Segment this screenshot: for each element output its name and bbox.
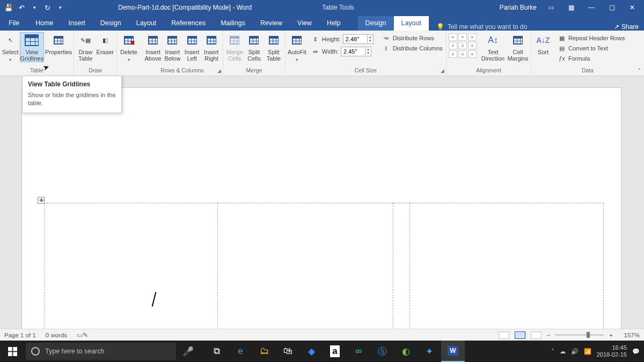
spin-up-icon[interactable]: ▲ <box>368 35 373 39</box>
taskbar-store-icon[interactable]: 🛍 <box>276 341 299 362</box>
column-width-control[interactable]: ⇔ Width: ▲▼ <box>310 46 375 57</box>
taskbar-dropbox-icon[interactable]: ◆ <box>299 341 323 362</box>
taskbar-taskview-icon[interactable]: ⧉ <box>205 341 229 362</box>
status-proofing-icon[interactable]: ▭✎ <box>77 331 88 339</box>
properties-button[interactable]: Properties <box>45 32 72 55</box>
formula-button[interactable]: ƒx Formula <box>556 54 626 63</box>
tray-volume-icon[interactable]: 🔊 <box>571 348 579 355</box>
row-height-control[interactable]: ⇕ Height: ▲▼ <box>310 33 375 45</box>
sort-button[interactable]: A↓Z Sort <box>533 32 553 55</box>
spin-up-icon[interactable]: ▲ <box>365 48 371 51</box>
tray-chevron-up-icon[interactable]: ˄ <box>551 348 554 355</box>
split-cells-button[interactable]: Split Cells <box>245 32 263 62</box>
view-print-layout[interactable] <box>515 331 525 339</box>
tray-notifications-icon[interactable]: 💬 <box>632 348 640 355</box>
taskbar-snagit-icon[interactable]: ✦ <box>418 341 441 362</box>
tray-clock[interactable]: 16:45 2018-02-15 <box>597 344 627 358</box>
align-top-center[interactable]: ≡ <box>458 33 467 41</box>
align-bottom-left[interactable]: ≡ <box>449 50 457 58</box>
align-bottom-center[interactable]: ≡ <box>458 50 467 58</box>
view-web-layout[interactable] <box>531 331 541 339</box>
tray-onedrive-icon[interactable]: ☁ <box>560 348 566 355</box>
tell-me-search[interactable]: 💡 Tell me what you want to do <box>429 23 527 31</box>
zoom-value[interactable]: 157% <box>618 332 640 338</box>
share-button[interactable]: ↗ Share <box>614 23 639 31</box>
start-button[interactable] <box>0 341 25 362</box>
taskbar-skype-icon[interactable]: Ⓢ <box>370 341 394 362</box>
system-tray[interactable]: ˄ ☁ 🔊 📶 16:45 2018-02-15 💬 <box>551 344 644 358</box>
text-direction-button[interactable]: A↕ Text Direction <box>480 32 506 62</box>
collapse-ribbon-icon[interactable]: ˄ <box>638 68 641 73</box>
zoom-in-button[interactable]: + <box>609 332 613 338</box>
taskbar-edge-icon[interactable]: e <box>229 341 252 362</box>
align-top-left[interactable]: ≡ <box>449 33 457 41</box>
select-button[interactable]: ↖ Select ▾ <box>2 32 19 63</box>
tab-layout[interactable]: Layout <box>129 16 164 31</box>
view-gridlines-button[interactable]: View Gridlines <box>20 32 44 62</box>
tab-tabletools-layout[interactable]: Layout <box>394 16 429 31</box>
zoom-out-button[interactable]: − <box>547 332 551 338</box>
insert-above-button[interactable]: Insert Above <box>144 32 162 62</box>
taskbar-app-icon[interactable]: ∞ <box>347 341 370 362</box>
tray-network-icon[interactable]: 📶 <box>584 348 591 355</box>
insert-left-button[interactable]: Insert Left <box>183 32 201 62</box>
insert-below-button[interactable]: Insert Below <box>163 32 181 62</box>
dialog-launcher-icon[interactable]: ◢ <box>441 67 444 75</box>
align-top-right[interactable]: ≡ <box>468 33 477 41</box>
taskbar-explorer-icon[interactable]: 🗂 <box>252 341 276 362</box>
cell-alignment-grid[interactable]: ≡ ≡ ≡ ≡ ≡ ≡ ≡ ≡ ≡ <box>449 32 479 58</box>
status-page[interactable]: Page 1 of 1 <box>4 332 36 338</box>
distribute-rows-button[interactable]: ≔ Distribute Rows <box>380 33 444 43</box>
spin-down-icon[interactable]: ▼ <box>368 39 373 43</box>
tab-references[interactable]: References <box>164 16 213 31</box>
document-area[interactable]: ✥ <box>0 76 644 329</box>
insert-right-button[interactable]: Insert Right <box>202 32 221 62</box>
tab-mailings[interactable]: Mailings <box>213 16 253 31</box>
tab-help[interactable]: Help <box>319 16 348 31</box>
tab-design[interactable]: Design <box>93 16 129 31</box>
align-middle-center[interactable]: ≡ <box>458 42 467 49</box>
view-read-mode[interactable] <box>499 331 509 339</box>
taskbar-camtasia-icon[interactable]: ◐ <box>394 341 418 362</box>
table-move-handle[interactable]: ✥ <box>38 197 45 204</box>
undo-more-icon[interactable]: ▾ <box>30 3 39 12</box>
split-table-button[interactable]: Split Table <box>265 32 283 62</box>
tab-home[interactable]: Home <box>28 16 61 31</box>
qat-customize-icon[interactable]: ▾ <box>56 3 64 12</box>
delete-button[interactable]: ✖ Delete ▾ <box>119 32 138 63</box>
status-words[interactable]: 0 words <box>46 332 67 338</box>
tab-file[interactable]: File <box>0 16 28 31</box>
account-icon[interactable]: ▭ <box>542 2 559 13</box>
save-icon[interactable]: 💾 <box>4 3 13 12</box>
autofit-button[interactable]: AutoFit ▾ <box>288 32 306 63</box>
spin-down-icon[interactable]: ▼ <box>365 51 371 55</box>
redo-icon[interactable]: ↻ <box>43 3 52 12</box>
zoom-slider[interactable] <box>555 334 604 336</box>
distribute-columns-button[interactable]: ⦀ Distribute Columns <box>380 43 444 53</box>
close-button[interactable]: ✕ <box>624 2 641 13</box>
width-input[interactable] <box>341 48 365 55</box>
tab-review[interactable]: Review <box>253 16 290 31</box>
align-bottom-right[interactable]: ≡ <box>468 50 477 58</box>
ribbon-options-icon[interactable]: ▦ <box>562 2 580 13</box>
taskbar-mic-icon[interactable]: 🎤 <box>176 341 200 362</box>
eraser-button[interactable]: ◧ Eraser <box>96 32 115 55</box>
undo-icon[interactable]: ↶ <box>17 3 26 12</box>
tab-view[interactable]: View <box>290 16 319 31</box>
convert-to-text-button[interactable]: ▤ Convert to Text <box>556 43 626 53</box>
taskbar-word-icon[interactable]: W <box>441 341 465 362</box>
dialog-launcher-icon[interactable]: ◢ <box>217 67 221 75</box>
draw-table-button[interactable]: ✎▦ Draw Table <box>76 32 95 62</box>
minimize-button[interactable]: — <box>583 2 600 13</box>
tab-insert[interactable]: Insert <box>61 16 93 31</box>
align-middle-right[interactable]: ≡ <box>468 42 477 49</box>
taskbar-amazon-icon[interactable]: a <box>323 341 347 362</box>
height-input[interactable] <box>343 36 367 42</box>
maximize-button[interactable]: ▢ <box>603 2 620 13</box>
align-middle-left[interactable]: ≡ <box>449 42 457 49</box>
tab-tabletools-design[interactable]: Design <box>358 16 394 31</box>
account-name[interactable]: Pariah Burke <box>500 4 539 11</box>
repeat-header-rows-button[interactable]: ▦ Repeat Header Rows <box>556 33 626 43</box>
taskbar-search[interactable]: Type here to search <box>26 343 176 360</box>
cell-margins-button[interactable]: Cell Margins <box>507 32 529 62</box>
